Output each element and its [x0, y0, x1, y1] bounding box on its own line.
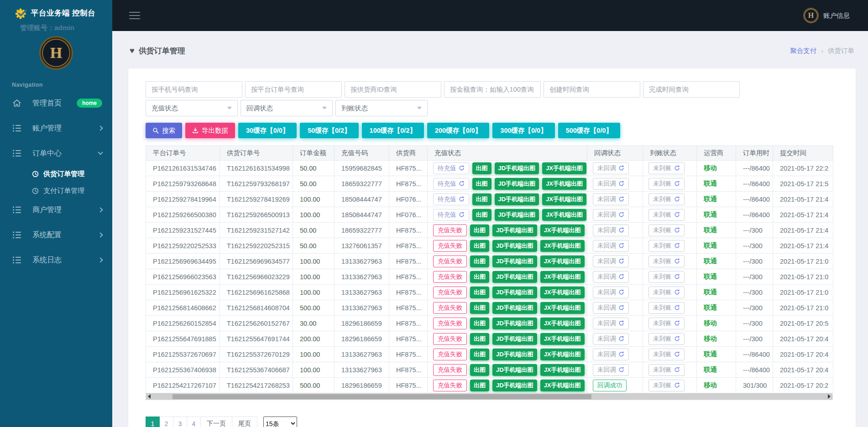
callback-status-button[interactable]: 未回调	[593, 162, 629, 174]
callback-status-button[interactable]: 未回调	[593, 240, 629, 252]
scrollbar-track[interactable]	[152, 394, 828, 400]
render-image-button[interactable]: 出图	[472, 178, 492, 190]
jd-mobile-render-button[interactable]: JD手机端出图	[492, 255, 537, 267]
callback-status-button[interactable]: 未回调	[593, 318, 629, 329]
arrival-status-button[interactable]: 未到账	[648, 380, 685, 391]
jd-mobile-render-button[interactable]: JD手机端出图	[492, 240, 537, 252]
render-image-button[interactable]: 出图	[472, 209, 492, 221]
arrival-status-button[interactable]: 未到账	[648, 286, 685, 298]
callback-status-button[interactable]: 未回调	[593, 271, 629, 283]
recharge-status-button[interactable]: 待充值	[433, 209, 469, 221]
arrival-status-button[interactable]: 未到账	[648, 255, 685, 267]
recharge-status-button[interactable]: 待充值	[433, 162, 469, 174]
arrival-status-button[interactable]: 未到账	[648, 240, 685, 252]
jd-mobile-render-button[interactable]: JD手机端出图	[492, 333, 537, 345]
jx-mobile-render-button[interactable]: JX手机端出图	[540, 380, 585, 391]
render-image-button[interactable]: 出图	[470, 271, 489, 283]
search-button[interactable]: 搜索	[146, 123, 182, 138]
callback-status-button[interactable]: 未回调	[593, 193, 629, 205]
arrival-status-button[interactable]: 未到账	[648, 162, 685, 174]
sidebar-item-order-center[interactable]: 订单中心	[0, 148, 112, 158]
phone-search-input[interactable]	[146, 81, 242, 98]
arrival-status-button[interactable]: 未到账	[648, 333, 685, 345]
arrival-status-button[interactable]: 未到账	[648, 193, 685, 205]
arrival-status-select[interactable]: 到账状态	[335, 100, 428, 116]
jx-mobile-render-button[interactable]: JX手机端出图	[542, 162, 586, 174]
callback-status-button[interactable]: 未回调	[593, 286, 629, 298]
arrival-status-button[interactable]: 未到账	[648, 302, 685, 314]
recharge-status-button[interactable]: 充值失败	[433, 349, 467, 360]
arrival-status-button[interactable]: 未到账	[648, 364, 685, 376]
jd-mobile-render-button[interactable]: JD手机端出图	[492, 318, 537, 329]
render-image-button[interactable]: 出图	[470, 286, 489, 298]
recharge-status-button[interactable]: 充值失败	[433, 364, 467, 376]
jx-mobile-render-button[interactable]: JX手机端出图	[540, 255, 585, 267]
jx-mobile-render-button[interactable]: JX手机端出图	[540, 333, 585, 345]
finish-time-search-input[interactable]	[643, 81, 740, 98]
render-image-button[interactable]: 出图	[472, 193, 492, 205]
sidebar-subitem-pay-orders[interactable]: 支付订单管理	[0, 186, 112, 196]
render-image-button[interactable]: 出图	[470, 380, 489, 391]
arrival-status-button[interactable]: 未到账	[648, 209, 685, 221]
amount-search-input[interactable]	[444, 81, 541, 98]
jd-mobile-render-button[interactable]: JD手机端出图	[492, 286, 537, 298]
render-image-button[interactable]: 出图	[470, 333, 489, 345]
sidebar-item-system-config[interactable]: 系统配置	[0, 230, 112, 240]
jd-mobile-render-button[interactable]: JD手机端出图	[492, 364, 537, 376]
export-data-button[interactable]: 导出数据	[185, 123, 235, 138]
page-number-button[interactable]: 2	[159, 417, 173, 427]
jx-mobile-render-button[interactable]: JX手机端出图	[540, 271, 585, 283]
jd-mobile-render-button[interactable]: JD手机端出图	[492, 302, 537, 314]
breadcrumb-link[interactable]: 聚合支付	[790, 47, 816, 55]
callback-status-button[interactable]: 未回调	[593, 364, 629, 376]
cache-button[interactable]: 100缓存【0/2】	[362, 123, 424, 138]
recharge-status-button[interactable]: 充值失败	[433, 380, 467, 391]
jx-mobile-render-button[interactable]: JX手机端出图	[542, 178, 586, 190]
jx-mobile-render-button[interactable]: JX手机端出图	[542, 209, 586, 221]
scroll-left-arrow-icon[interactable]	[148, 394, 151, 399]
recharge-status-button[interactable]: 充值失败	[433, 224, 467, 236]
last-page-button[interactable]: 尾页	[232, 417, 257, 427]
render-image-button[interactable]: 出图	[470, 349, 489, 360]
sidebar-subitem-supply-orders[interactable]: 供货订单管理	[0, 169, 112, 179]
callback-status-select[interactable]: 回调状态	[241, 100, 333, 116]
recharge-status-button[interactable]: 充值失败	[433, 286, 467, 298]
jx-mobile-render-button[interactable]: JX手机端出图	[540, 302, 585, 314]
callback-status-button[interactable]: 未回调	[593, 333, 629, 345]
supplier-id-search-input[interactable]	[345, 81, 441, 98]
jx-mobile-render-button[interactable]: JX手机端出图	[542, 193, 586, 205]
render-image-button[interactable]: 出图	[470, 224, 489, 236]
scroll-right-arrow-icon[interactable]	[828, 394, 831, 399]
render-image-button[interactable]: 出图	[472, 162, 492, 174]
callback-status-button[interactable]: 未回调	[593, 224, 629, 236]
jx-mobile-render-button[interactable]: JX手机端出图	[540, 318, 585, 329]
callback-status-button[interactable]: 未回调	[593, 209, 629, 221]
scrollbar-thumb[interactable]	[173, 394, 591, 399]
jx-mobile-render-button[interactable]: JX手机端出图	[540, 224, 585, 236]
cache-button[interactable]: 50缓存【0/2】	[300, 123, 358, 138]
callback-status-button[interactable]: 未回调	[593, 349, 629, 360]
jd-mobile-render-button[interactable]: JD手机端出图	[492, 271, 537, 283]
arrival-status-button[interactable]: 未到账	[648, 224, 685, 236]
sidebar-item-home[interactable]: 管理首页 home	[0, 98, 112, 108]
jx-mobile-render-button[interactable]: JX手机端出图	[540, 364, 585, 376]
recharge-status-button[interactable]: 充值失败	[433, 255, 467, 267]
cache-button[interactable]: 200缓存【0/0】	[427, 123, 489, 138]
callback-status-button[interactable]: 未回调	[593, 302, 629, 314]
sidebar-item-system-log[interactable]: 系统日志	[0, 255, 112, 265]
recharge-status-button[interactable]: 充值失败	[433, 271, 467, 283]
cache-button[interactable]: 30缓存【0/0】	[238, 123, 297, 138]
jd-mobile-render-button[interactable]: JD手机端出图	[492, 380, 537, 391]
jd-mobile-render-button[interactable]: JD手机端出图	[495, 162, 539, 174]
jd-mobile-render-button[interactable]: JD手机端出图	[495, 209, 539, 221]
page-number-button[interactable]: 3	[173, 417, 187, 427]
recharge-status-button[interactable]: 充值失败	[433, 333, 467, 345]
arrival-status-button[interactable]: 未到账	[648, 271, 685, 283]
arrival-status-button[interactable]: 未到账	[648, 349, 685, 360]
render-image-button[interactable]: 出图	[470, 255, 489, 267]
sidebar-item-merchants[interactable]: 商户管理	[0, 205, 112, 215]
arrival-status-button[interactable]: 未到账	[648, 178, 685, 190]
recharge-status-select[interactable]: 充值状态	[146, 100, 238, 116]
render-image-button[interactable]: 出图	[470, 240, 489, 252]
create-time-search-input[interactable]	[544, 81, 640, 98]
